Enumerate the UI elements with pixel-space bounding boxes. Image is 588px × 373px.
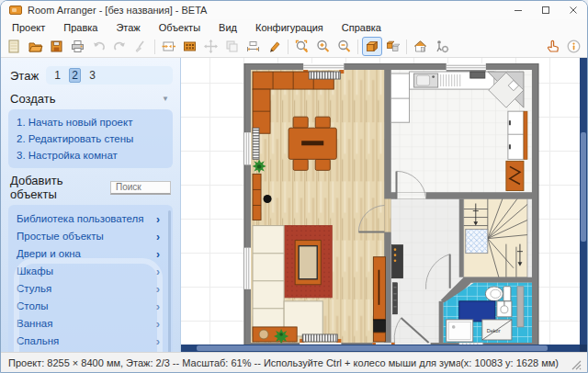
link-new-project[interactable]: 1. Начать новый проект <box>17 114 164 130</box>
chevron-right-icon: › <box>156 266 160 278</box>
vertical-scrollbar[interactable] <box>580 58 587 345</box>
move-icon <box>203 39 219 54</box>
zoom-in-button[interactable] <box>313 37 334 56</box>
menu-floor[interactable]: Этаж <box>107 21 149 34</box>
shower-tray[interactable] <box>447 320 473 342</box>
draw-pencil-button[interactable] <box>265 37 285 56</box>
undo-button[interactable] <box>89 37 109 56</box>
house-3d-button[interactable] <box>411 37 431 56</box>
menu-bar: Проект Правка Этаж Объекты Вид Конфигура… <box>1 19 587 36</box>
app-icon <box>9 6 22 15</box>
menu-view[interactable]: Вид <box>209 21 246 34</box>
section-create[interactable]: Создать ▼ <box>10 92 171 106</box>
plant <box>253 159 266 173</box>
section-create-title: Создать <box>10 92 55 106</box>
bathtub[interactable] <box>459 301 495 322</box>
view-3d-all-button[interactable] <box>383 37 403 56</box>
menu-objects[interactable]: Объекты <box>150 21 209 34</box>
chevron-right-icon: › <box>156 248 160 261</box>
horizontal-scrollbar-thumb[interactable] <box>197 345 548 351</box>
maximize-button[interactable] <box>532 1 560 19</box>
brush-icon <box>133 39 149 54</box>
section-add-objects-title: Добавить объекты <box>10 174 110 201</box>
library-item-doors-windows[interactable]: Двери и окна› <box>17 245 167 263</box>
redo-icon <box>112 39 128 54</box>
pencil-icon <box>266 39 282 54</box>
cubes-3d-icon <box>385 39 401 54</box>
floor-plan[interactable]: Dekor <box>243 63 539 349</box>
window-title: Room Arranger - [без названия] - BETA <box>28 5 207 16</box>
minimize-icon <box>514 6 523 15</box>
toolbar-separator <box>357 40 358 54</box>
save-button[interactable] <box>47 37 67 56</box>
library-item-simple[interactable]: Простые объекты› <box>17 228 167 245</box>
walkthrough-settings-button[interactable] <box>432 37 452 56</box>
menu-project[interactable]: Проект <box>3 21 54 34</box>
open-button[interactable] <box>26 37 46 56</box>
undo-icon <box>91 39 107 54</box>
vertical-scrollbar-thumb[interactable] <box>581 132 586 242</box>
app-window: Room Arranger - [без названия] - BETA Пр… <box>0 0 588 373</box>
tv-cabinet <box>373 257 385 342</box>
minimize-button[interactable] <box>504 1 532 19</box>
create-panel: 1. Начать новый проект 2. Редактировать … <box>8 109 173 168</box>
status-cursor-coords: (x: 10083 y: 1628 мм) <box>460 357 559 368</box>
horizontal-scrollbar[interactable] <box>181 345 580 352</box>
library-item-user[interactable]: Библиотека пользователя› <box>17 210 167 228</box>
library-item-bedroom[interactable]: Спальня› <box>17 333 167 350</box>
staircase[interactable] <box>464 198 527 277</box>
floor-label: Этаж <box>10 69 39 83</box>
library-item-tables[interactable]: Столы› <box>17 298 167 315</box>
redo-button[interactable] <box>110 37 130 56</box>
scrollbar-corner <box>580 345 587 352</box>
move-objects-button[interactable] <box>201 37 221 56</box>
toolbar-separator <box>154 40 155 54</box>
menu-edit[interactable]: Правка <box>54 21 107 34</box>
room-tiles-button[interactable] <box>180 37 200 56</box>
copy-objects-button[interactable] <box>222 37 243 56</box>
library-scrollbar[interactable] <box>168 210 171 352</box>
edit-walls-button[interactable] <box>159 37 179 56</box>
floor-tab-2[interactable]: 2 <box>69 68 81 83</box>
fridge <box>506 161 524 190</box>
zoom-out-icon <box>336 39 352 54</box>
library-item-kitchen[interactable]: Кухня› <box>17 350 167 352</box>
library-item-cabinets[interactable]: Шкафы› <box>17 263 167 280</box>
washing-machine[interactable]: Dekor <box>482 320 512 340</box>
zoom-region-icon <box>294 39 310 54</box>
toilet[interactable] <box>485 287 511 301</box>
library-item-bathroom[interactable]: Ванная› <box>17 315 167 333</box>
zoom-region-button[interactable] <box>292 37 312 56</box>
chevron-right-icon: › <box>156 300 160 313</box>
radiator-left <box>253 128 259 159</box>
drawing-canvas[interactable]: Dekor <box>181 58 587 352</box>
menu-help[interactable]: Справка <box>333 21 390 34</box>
bath-sink[interactable] <box>497 301 512 317</box>
floor-tab-3[interactable]: 3 <box>86 68 98 83</box>
menu-configuration[interactable]: Конфигурация <box>246 21 333 34</box>
chevron-down-icon[interactable]: ▼ <box>162 95 169 103</box>
info-button[interactable] <box>564 37 584 56</box>
copy-icon <box>224 39 240 54</box>
libraries-panel: Библиотека пользователя› Простые объекты… <box>8 205 173 352</box>
library-item-chairs[interactable]: Стулья› <box>17 280 167 298</box>
hand-tool-button[interactable] <box>543 37 563 56</box>
close-button[interactable] <box>560 1 587 19</box>
chevron-right-icon: › <box>156 318 160 331</box>
bookshelf <box>253 174 261 220</box>
maximize-icon <box>541 6 550 15</box>
new-project-button[interactable] <box>5 37 25 56</box>
format-brush-button[interactable] <box>131 37 152 56</box>
print-button[interactable] <box>68 37 88 56</box>
zoom-out-button[interactable] <box>334 37 355 56</box>
sidebar: Этаж 1 2 3 Создать ▼ 1. Начать новый про… <box>1 58 181 352</box>
search-input[interactable] <box>110 181 171 195</box>
link-room-setup[interactable]: 3. Настройка комнат <box>17 147 164 164</box>
resize-grip[interactable] <box>571 360 582 370</box>
measure-button[interactable] <box>243 37 264 56</box>
side-table <box>253 327 297 344</box>
floor-tab-1[interactable]: 1 <box>51 68 63 83</box>
view-3d-button[interactable] <box>362 37 382 56</box>
section-add-objects[interactable]: Добавить объекты <box>10 174 171 201</box>
link-edit-walls[interactable]: 2. Редактировать стены <box>17 130 164 147</box>
